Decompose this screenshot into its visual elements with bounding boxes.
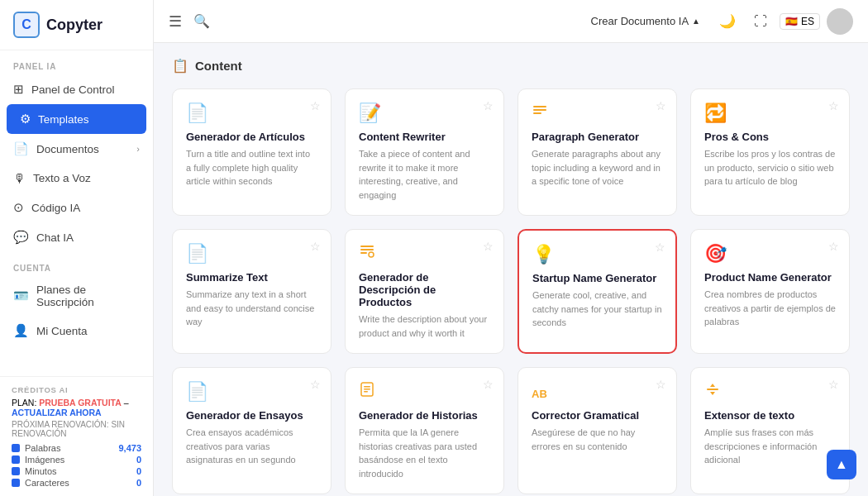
scroll-top-button[interactable]: ▲ bbox=[827, 450, 856, 479]
svg-rect-8 bbox=[364, 386, 370, 388]
sidebar-item-mi-cuenta[interactable]: 👤 Mi Cuenta bbox=[0, 316, 153, 346]
card-title: Content Rewriter bbox=[359, 131, 490, 143]
doc-icon: 📄 bbox=[13, 141, 29, 156]
search-icon[interactable]: 🔍 bbox=[193, 13, 210, 29]
svg-rect-3 bbox=[360, 246, 374, 247]
card-generador-descripcion[interactable]: ☆ Generador de Descripción de Productos … bbox=[345, 229, 504, 354]
card-icon: AB bbox=[532, 381, 663, 403]
sidebar-item-chat-ia[interactable]: 💬 Chat IA bbox=[0, 222, 153, 252]
language-selector[interactable]: 🇪🇸 ES bbox=[780, 13, 820, 30]
credit-imagenes: Imágenes 0 bbox=[12, 455, 141, 465]
sidebar-item-label: Texto a Voz bbox=[33, 172, 91, 184]
card-desc: Turn a title and outline text into a ful… bbox=[186, 147, 317, 188]
card-title: Generador de Descripción de Productos bbox=[359, 271, 490, 308]
card-star[interactable]: ☆ bbox=[483, 99, 494, 112]
card-startup-name-generator[interactable]: 💡 ☆ Startup Name Generator Generate cool… bbox=[517, 229, 677, 354]
card-icon bbox=[532, 103, 663, 124]
card-star[interactable]: ☆ bbox=[828, 378, 839, 391]
card-generador-historias[interactable]: ☆ Generador de Historias Permita que la … bbox=[345, 367, 504, 494]
sidebar-item-label: Panel de Control bbox=[31, 83, 115, 96]
card-star[interactable]: ☆ bbox=[656, 378, 666, 391]
sidebar-item-planes[interactable]: 🪪 Planes de Suscripción bbox=[0, 276, 153, 316]
card-desc: Asegúrese de que no hay errores en su co… bbox=[532, 426, 663, 453]
svg-point-6 bbox=[369, 252, 374, 257]
card-title: Corrector Gramatical bbox=[532, 409, 663, 422]
card-star[interactable]: ☆ bbox=[828, 240, 839, 253]
card-desc: Crea nombres de productos creativos a pa… bbox=[704, 288, 836, 329]
card-extensor-texto[interactable]: ☆ Extensor de texto Amplíe sus frases co… bbox=[690, 367, 850, 494]
content-header: 📋 Content bbox=[172, 58, 850, 74]
sidebar: C Copyter PANEL IA ⊞ Panel de Control ⚙ … bbox=[0, 0, 154, 496]
svg-rect-10 bbox=[364, 391, 368, 393]
sidebar-item-documentos[interactable]: 📄 Documentos › bbox=[0, 134, 153, 164]
card-star[interactable]: ☆ bbox=[655, 241, 665, 254]
card-product-name-generator[interactable]: 🎯 ☆ Product Name Generator Crea nombres … bbox=[690, 229, 850, 354]
card-icon: 📝 bbox=[359, 103, 490, 124]
svg-rect-0 bbox=[533, 106, 546, 107]
svg-rect-1 bbox=[533, 109, 546, 111]
arrow-icon: › bbox=[136, 144, 140, 154]
card-desc: Amplíe sus frases con más descripciones … bbox=[704, 426, 836, 467]
card-star[interactable]: ☆ bbox=[483, 378, 494, 391]
lang-label: ES bbox=[801, 16, 814, 27]
card-generador-ensayos[interactable]: 📄 ☆ Generador de Ensayos Crea ensayos ac… bbox=[172, 367, 331, 494]
card-star[interactable]: ☆ bbox=[310, 240, 321, 253]
grid-icon: ⊞ bbox=[13, 82, 24, 97]
main-area: ☰ 🔍 Crear Documento IA ▲ 🌙 ⛶ 🇪🇸 ES 📋 Con… bbox=[154, 0, 868, 496]
sidebar-item-codigo-ia[interactable]: ⊙ Código IA bbox=[0, 193, 153, 222]
card-star[interactable]: ☆ bbox=[656, 99, 666, 112]
svg-rect-9 bbox=[364, 389, 370, 390]
card-paragraph-generator[interactable]: ☆ Paragraph Generator Generate paragraph… bbox=[517, 88, 677, 216]
hamburger-icon[interactable]: ☰ bbox=[169, 12, 182, 31]
svg-marker-12 bbox=[710, 384, 715, 387]
card-desc: Crea ensayos académicos creativos para v… bbox=[186, 426, 317, 467]
content-header-icon: 📋 bbox=[172, 58, 188, 74]
svg-rect-2 bbox=[533, 112, 541, 114]
svg-marker-13 bbox=[710, 392, 715, 395]
card-title: Generador de Artículos bbox=[186, 131, 317, 143]
card-star[interactable]: ☆ bbox=[310, 99, 321, 112]
card-icon: 📄 bbox=[186, 243, 317, 265]
sidebar-item-panel-control[interactable]: ⊞ Panel de Control bbox=[0, 74, 153, 104]
card-title: Pros & Cons bbox=[704, 131, 836, 143]
card-corrector-gramatical[interactable]: AB ☆ Corrector Gramatical Asegúrese de q… bbox=[517, 367, 677, 494]
card-summarize-text[interactable]: 📄 ☆ Summarize Text Summarize any text in… bbox=[172, 229, 331, 354]
card-title: Generador de Historias bbox=[359, 409, 490, 422]
mic-icon: 🎙 bbox=[13, 171, 26, 185]
sidebar-item-label: Planes de Suscripción bbox=[36, 284, 140, 308]
card-content-rewriter[interactable]: 📝 ☆ Content Rewriter Take a piece of con… bbox=[345, 88, 504, 216]
svg-rect-4 bbox=[360, 249, 374, 250]
plan-upgrade[interactable]: ACTUALIZAR AHORA bbox=[12, 408, 102, 417]
card-pros-cons[interactable]: 🔁 ☆ Pros & Cons Escribe los pros y los c… bbox=[690, 88, 850, 216]
topbar: ☰ 🔍 Crear Documento IA ▲ 🌙 ⛶ 🇪🇸 ES bbox=[154, 0, 868, 43]
card-title: Product Name Generator bbox=[704, 271, 836, 284]
card-title: Extensor de texto bbox=[704, 409, 836, 422]
card-star[interactable]: ☆ bbox=[483, 240, 494, 253]
credit-caracteres: Caracteres 0 bbox=[12, 478, 141, 488]
card-icon bbox=[359, 243, 490, 265]
card-generador-articulos[interactable]: 📄 ☆ Generador de Artículos Turn a title … bbox=[172, 88, 331, 216]
dark-mode-btn[interactable]: 🌙 bbox=[713, 7, 742, 36]
code-icon: ⊙ bbox=[13, 200, 24, 215]
sidebar-item-templates[interactable]: ⚙ Templates bbox=[7, 104, 146, 134]
card-star[interactable]: ☆ bbox=[310, 378, 321, 391]
card-desc: Generate cool, creative, and catchy name… bbox=[532, 289, 662, 330]
plans-icon: 🪪 bbox=[13, 289, 29, 303]
card-title: Generador de Ensayos bbox=[186, 409, 317, 422]
card-star[interactable]: ☆ bbox=[828, 99, 839, 112]
panel-ia-label: PANEL IA bbox=[0, 50, 153, 74]
card-icon: 📄 bbox=[186, 103, 317, 124]
fullscreen-btn[interactable]: ⛶ bbox=[746, 7, 775, 36]
chat-icon: 💬 bbox=[13, 230, 29, 245]
plan-name: PRUEBA GRATUITA bbox=[39, 398, 122, 408]
avatar[interactable] bbox=[827, 8, 853, 35]
cuenta-label: CUENTA bbox=[0, 252, 153, 276]
card-icon bbox=[704, 381, 836, 403]
crear-documento-btn[interactable]: Crear Documento IA ▲ bbox=[591, 15, 700, 27]
card-icon: 🔁 bbox=[704, 103, 836, 124]
sidebar-item-label: Código IA bbox=[31, 202, 80, 214]
sidebar-item-texto-voz[interactable]: 🎙 Texto a Voz bbox=[0, 164, 153, 193]
app-name: Copyter bbox=[46, 17, 103, 34]
plan-text: PLAN: bbox=[12, 398, 36, 408]
logo-area: C Copyter bbox=[0, 0, 153, 50]
